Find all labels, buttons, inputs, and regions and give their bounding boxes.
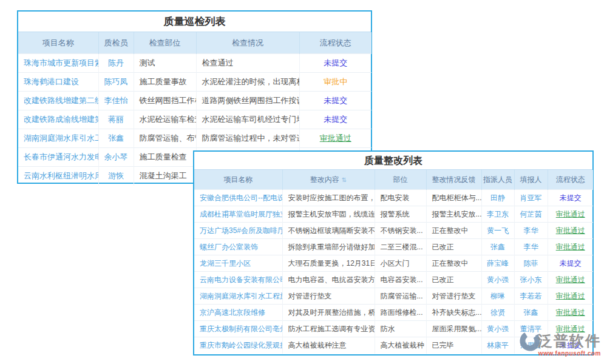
assignee-cell[interactable]: 田静 (481, 190, 514, 206)
project-name-cell[interactable]: 重庆市鹅岭公园绿化景观提升... (194, 337, 282, 354)
part-cell: 小区大门 (375, 255, 426, 272)
reporter-cell[interactable]: 张小东 (514, 272, 548, 288)
assignee-cell[interactable]: 黄一飞 (481, 223, 514, 239)
project-name-cell[interactable]: 安徽合肥供电公司--配电设备... (194, 190, 282, 206)
reporter-cell[interactable]: 何芷茵 (514, 206, 548, 223)
status-cell[interactable]: 未提交 (299, 92, 371, 110)
status-cell[interactable]: 未提交 (548, 255, 593, 272)
feedback-cell: 对管进行垫支 (426, 288, 481, 305)
table-row: 龙湖三千里小区大理石质量更换，12月31日之...小区大门正在整改中薛宝峰陈菲未… (194, 255, 593, 272)
status-cell[interactable]: 审批通过 (548, 272, 593, 288)
rectify-content-cell: 拆除到承重墙部分请做好加固... (282, 239, 375, 255)
col-feedback: 整改情况反馈 (426, 170, 481, 190)
col-reporter: 填报人 (514, 170, 548, 190)
status-cell[interactable]: 审批通过 (548, 305, 593, 321)
part-cell: 配电安装 (375, 190, 426, 206)
rectify-content-cell: 防水工程施工选调有专业资质... (282, 321, 375, 337)
inspector-cell[interactable]: 蒋丽 (98, 110, 134, 129)
inspection-detail-cell: 道路两侧铁丝网围挡工作按设计... (196, 92, 299, 110)
assignee-cell[interactable]: 柳琳 (481, 288, 514, 305)
status-cell[interactable]: 审批中 (299, 73, 371, 92)
status-cell[interactable]: 审批通过 (299, 129, 371, 148)
assignee-cell[interactable]: 黄小强 (481, 272, 514, 288)
feedback-cell: 正在整改中 (426, 255, 481, 272)
col-project-name: 项目名称 (18, 32, 98, 54)
table-row: 湖南洞庭湖水库引水工程施工标对管进行垫支防腐管运输...对管进行垫支柳琳李若若审… (194, 288, 593, 305)
status-cell[interactable]: 未提交 (548, 190, 593, 206)
col-assignee: 指派人员 (481, 170, 514, 190)
inspector-cell[interactable]: 陈巧凤 (98, 73, 134, 92)
inspector-cell[interactable]: 李佳怡 (98, 92, 134, 110)
inspector-cell[interactable]: 张鑫 (98, 129, 134, 148)
sort-icon[interactable]: ⇅ (342, 177, 347, 183)
project-name-cell[interactable]: 万达广场35#会所及咖啡厅空... (194, 223, 282, 239)
inspection-part-cell: 混凝土沟渠工 (134, 167, 196, 186)
project-name-cell[interactable]: 改建铁路成渝线增建第... (18, 110, 98, 129)
feedback-cell: 报警主机安放... (426, 206, 481, 223)
project-name-cell[interactable]: 珠海鹤港口建设 (18, 73, 98, 92)
table-row: 京沪高速北京段维修对其及时开展整治措施，桥头...路面维修检...补齐缺失标志.… (194, 305, 593, 321)
project-name-cell[interactable]: 云南电力设备安装有限公司20... (194, 272, 282, 288)
assignee-cell[interactable]: 张鑫 (481, 239, 514, 255)
status-cell[interactable]: 审批通过 (548, 223, 593, 239)
col-inspector: 质检员 (98, 32, 134, 54)
project-name-cell[interactable]: 湖南洞庭湖水库引水工程施工标 (194, 288, 282, 305)
status-cell[interactable]: 未提交 (299, 110, 371, 129)
rectify-content-cell: 高大植被栽种注意 (282, 337, 375, 354)
project-name-cell[interactable]: 湖南洞庭湖水库引水工... (18, 129, 98, 148)
reporter-cell[interactable]: 张鑫 (514, 305, 548, 321)
inspection-part-cell: 测试 (134, 54, 196, 73)
project-name-cell[interactable]: 长春市伊通河水力发电... (18, 148, 98, 167)
rectify-content-cell: 报警主机安放牢固，线缆连接... (282, 206, 375, 223)
inspector-cell[interactable]: 游恢 (98, 167, 134, 186)
fanpu-logo-icon (520, 331, 540, 351)
status-cell[interactable]: 未提交 (299, 54, 371, 73)
rectification-table: 项目名称 整改内容⇅ 部位 整改情况反馈 指派人员 填报人 流程状态 安徽合肥供… (194, 170, 593, 354)
status-cell[interactable]: 审批通过 (548, 239, 593, 255)
inspection-detail-cell: 防腐管运输过程中，未对管进行... (196, 129, 299, 148)
inspector-cell[interactable]: 陈丹 (98, 54, 134, 73)
fanpu-watermark: 泛普软件 www.fanpusoft.com (520, 331, 601, 357)
col-rectify-content-label: 整改内容 (310, 175, 339, 184)
inspection-part-cell: 施工质量事故 (134, 73, 196, 92)
assignee-cell[interactable]: 黄小强 (481, 321, 514, 337)
table-row: 珠海鹤港口建设陈巧凤施工质量事故水泥砼灌注的时候，出现离析现象审批中 (18, 73, 371, 92)
inspection-part-cell: 施工质量检查 (134, 148, 196, 167)
rectification-header-row: 项目名称 整改内容⇅ 部位 整改情况反馈 指派人员 填报人 流程状态 (194, 170, 593, 190)
project-name-cell[interactable]: 珠海市城市更新项目紫... (18, 54, 98, 73)
feedback-cell: 正在整改中 (426, 223, 481, 239)
table-row: 螺丝厂办公室装饰拆除到承重墙部分请做好加固...二至三楼混...已改正张鑫李华审… (194, 239, 593, 255)
part-cell: 不锈钢安装... (375, 223, 426, 239)
project-name-cell[interactable]: 重庆太极制药有限公司亳州中... (194, 321, 282, 337)
col-flow-status: 流程状态 (548, 170, 593, 190)
assignee-cell[interactable]: 徐贤 (481, 305, 514, 321)
assignee-cell[interactable]: 林康平 (481, 337, 514, 354)
inspection-panel-title: 质量巡检列表 (18, 12, 371, 32)
col-part: 部位 (375, 170, 426, 190)
feedback-cell: 配电柜柜体与... (426, 190, 481, 206)
table-row: 珠海市城市更新项目紫...陈丹测试检查通过未提交 (18, 54, 371, 73)
inspection-detail-cell: 水泥砼灌注的时候，出现离析现象 (196, 73, 299, 92)
project-name-cell[interactable]: 成都杜甫草堂临时展厅独立展... (194, 206, 282, 223)
table-row: 万达广场35#会所及咖啡厅空...不锈钢边框玻璃隔断安装不牢...不锈钢安装..… (194, 223, 593, 239)
table-row: 成都杜甫草堂临时展厅独立展...报警主机安放牢固，线缆连接...报警系统报警主机… (194, 206, 593, 223)
part-cell: 电容器安装... (375, 272, 426, 288)
status-cell[interactable]: 审批通过 (548, 206, 593, 223)
reporter-cell[interactable]: 李华 (514, 223, 548, 239)
part-cell: 报警系统 (375, 206, 426, 223)
col-rectify-content[interactable]: 整改内容⇅ (282, 170, 375, 190)
inspector-cell[interactable]: 余小琴 (98, 148, 134, 167)
project-name-cell[interactable]: 云南水利枢纽潜明水库... (18, 167, 98, 186)
reporter-cell[interactable]: 李华 (514, 239, 548, 255)
project-name-cell[interactable]: 改建铁路线增建第二线... (18, 92, 98, 110)
assignee-cell[interactable]: 李卫东 (481, 206, 514, 223)
part-cell: 二至三楼混... (375, 239, 426, 255)
assignee-cell[interactable]: 薛宝峰 (481, 255, 514, 272)
project-name-cell[interactable]: 龙湖三千里小区 (194, 255, 282, 272)
project-name-cell[interactable]: 京沪高速北京段维修 (194, 305, 282, 321)
status-cell[interactable]: 审批通过 (548, 288, 593, 305)
reporter-cell[interactable]: 肖亚军 (514, 190, 548, 206)
project-name-cell[interactable]: 螺丝厂办公室装饰 (194, 239, 282, 255)
reporter-cell[interactable]: 李若若 (514, 288, 548, 305)
reporter-cell[interactable]: 陈菲 (514, 255, 548, 272)
